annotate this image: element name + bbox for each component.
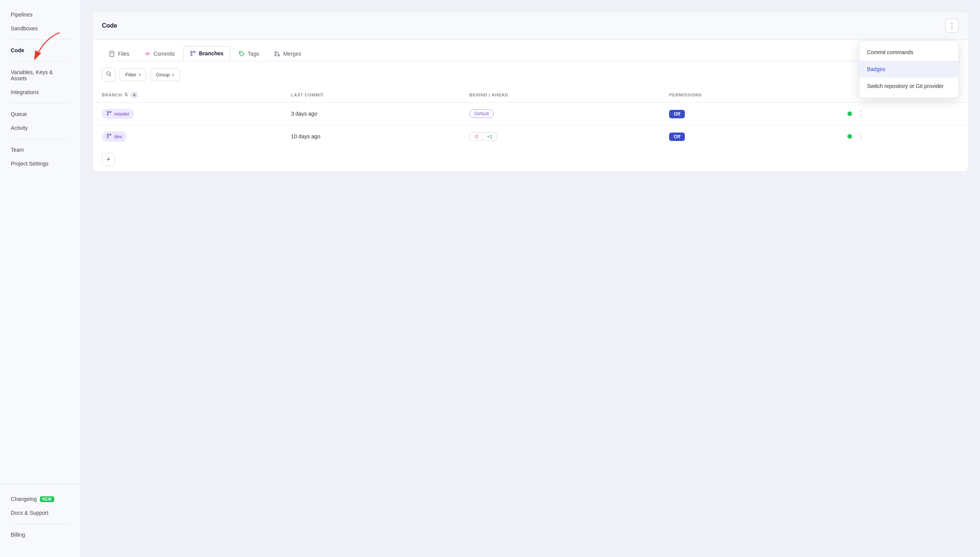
branches-icon bbox=[189, 50, 196, 57]
sidebar-item-project-settings[interactable]: Project Settings bbox=[0, 157, 80, 171]
commits-icon bbox=[144, 50, 151, 57]
branch-chip-icon bbox=[106, 111, 112, 117]
sidebar-item-billing[interactable]: Billing bbox=[0, 528, 80, 542]
branch-chip-dev-icon bbox=[106, 133, 112, 140]
group-button[interactable]: Group ▾ bbox=[150, 68, 180, 81]
col-last-commit: LAST COMMIT bbox=[282, 88, 460, 103]
code-panel-title: Code bbox=[102, 22, 117, 29]
status-dot-master bbox=[847, 111, 852, 116]
last-commit-dev: 10 days ago bbox=[282, 125, 460, 148]
three-dot-button[interactable]: ⋮ bbox=[945, 19, 959, 33]
branch-cell-dev: dev bbox=[93, 125, 282, 148]
off-badge-master[interactable]: Off bbox=[669, 110, 685, 118]
svg-point-9 bbox=[191, 54, 192, 56]
svg-point-10 bbox=[240, 52, 241, 53]
code-panel: Code ⋮ Commit commands Badges Switch rep… bbox=[92, 12, 968, 172]
sort-icon[interactable]: ⇅ bbox=[124, 92, 128, 98]
col-branch: BRANCH ⇅ ✕ bbox=[93, 88, 282, 103]
branches-table: BRANCH ⇅ ✕ LAST COMMIT BEHIND | AHEAD PE… bbox=[93, 88, 968, 148]
tab-merges[interactable]: Merges bbox=[267, 46, 308, 61]
behind-value: -3 bbox=[469, 132, 482, 141]
search-button[interactable] bbox=[102, 68, 116, 81]
dropdown-item-switch-repo[interactable]: Switch repository or Git provider bbox=[859, 78, 958, 94]
default-badge: Default bbox=[469, 109, 494, 118]
last-commit-master: 3 days ago bbox=[282, 103, 460, 126]
divider-4 bbox=[11, 139, 70, 139]
sidebar-nav: Pipelines Sandboxes Code Variables, Keys… bbox=[0, 8, 80, 484]
divider-3 bbox=[11, 103, 70, 103]
divider-5 bbox=[11, 524, 70, 524]
table-row: master 3 days ago Default Off ⋮ bbox=[93, 103, 968, 126]
off-badge-dev[interactable]: Off bbox=[669, 133, 685, 141]
permissions-dev: Off bbox=[660, 125, 838, 148]
toolbar: Filter ▾ Group ▾ bbox=[93, 61, 968, 88]
col-permissions: PERMISSIONS bbox=[660, 88, 838, 103]
new-badge: NEW bbox=[40, 496, 54, 502]
sidebar-item-queue[interactable]: Queue bbox=[0, 107, 80, 121]
files-icon bbox=[108, 50, 115, 57]
search-icon bbox=[106, 71, 112, 78]
sidebar-item-sandboxes[interactable]: Sandboxes bbox=[0, 22, 80, 35]
sidebar-item-docs[interactable]: Docs & Support bbox=[0, 506, 80, 520]
sidebar-item-integrations[interactable]: Integrations bbox=[0, 85, 80, 99]
tags-icon bbox=[238, 50, 245, 57]
svg-line-15 bbox=[110, 75, 111, 76]
actions-dev: ⋮ bbox=[838, 125, 968, 148]
tab-branches-label: Branches bbox=[199, 50, 224, 56]
ahead-value: +1 bbox=[483, 132, 497, 141]
branch-chip-dev[interactable]: dev bbox=[102, 131, 127, 142]
group-label: Group bbox=[156, 72, 170, 78]
sidebar: Pipelines Sandboxes Code Variables, Keys… bbox=[0, 0, 81, 557]
tab-merges-label: Merges bbox=[283, 51, 301, 57]
filter-chevron-icon: ▾ bbox=[139, 73, 141, 77]
clear-filter-icon[interactable]: ✕ bbox=[131, 91, 138, 98]
behind-ahead-container: -3 +1 bbox=[469, 132, 651, 141]
svg-point-4 bbox=[146, 53, 149, 55]
behind-ahead-master: Default bbox=[460, 103, 660, 126]
svg-point-21 bbox=[107, 137, 109, 138]
three-dot-icon: ⋮ bbox=[948, 22, 956, 30]
branch-chip-master[interactable]: master bbox=[102, 109, 134, 119]
sidebar-item-changelog[interactable]: Changelog NEW bbox=[0, 492, 80, 506]
tab-tags-label: Tags bbox=[248, 51, 259, 57]
sidebar-item-code[interactable]: Code bbox=[0, 43, 80, 57]
actions-master: ⋮ bbox=[838, 103, 968, 125]
code-panel-header: Code ⋮ Commit commands Badges Switch rep… bbox=[93, 12, 968, 40]
svg-point-11 bbox=[275, 51, 276, 53]
dropdown-item-commit-commands[interactable]: Commit commands bbox=[859, 44, 958, 61]
table-header-row: BRANCH ⇅ ✕ LAST COMMIT BEHIND | AHEAD PE… bbox=[93, 88, 968, 103]
tab-commits[interactable]: Commits bbox=[138, 46, 181, 61]
svg-point-18 bbox=[107, 114, 109, 116]
add-icon: + bbox=[106, 156, 111, 164]
main-content: Code ⋮ Commit commands Badges Switch rep… bbox=[81, 0, 980, 557]
filter-label: Filter bbox=[125, 72, 136, 78]
tabs-row: Files Commits bbox=[93, 40, 968, 61]
svg-point-12 bbox=[278, 55, 279, 56]
add-branch-button[interactable]: + bbox=[102, 153, 115, 166]
behind-ahead-dev: -3 +1 bbox=[460, 125, 660, 148]
tab-tags[interactable]: Tags bbox=[232, 46, 266, 61]
branch-name-master: master bbox=[114, 111, 130, 117]
merges-icon bbox=[274, 50, 281, 57]
sidebar-item-team[interactable]: Team bbox=[0, 143, 80, 157]
permissions-master: Off bbox=[660, 103, 838, 126]
tab-branches[interactable]: Branches bbox=[183, 46, 230, 61]
col-behind-ahead: BEHIND | AHEAD bbox=[460, 88, 660, 103]
dropdown-item-badges[interactable]: Badges bbox=[859, 61, 958, 78]
row-actions-master[interactable]: ⋮ bbox=[856, 108, 866, 119]
divider-2 bbox=[11, 61, 70, 61]
row-actions-dev[interactable]: ⋮ bbox=[856, 131, 866, 142]
tab-files-label: Files bbox=[118, 51, 130, 57]
sidebar-item-variables[interactable]: Variables, Keys & Assets bbox=[0, 65, 80, 85]
divider-1 bbox=[11, 39, 70, 40]
sidebar-item-activity[interactable]: Activity bbox=[0, 121, 80, 135]
tab-commits-label: Commits bbox=[154, 51, 175, 57]
sidebar-bottom: Changelog NEW Docs & Support Billing bbox=[0, 484, 80, 549]
branch-name-dev: dev bbox=[114, 134, 122, 139]
tab-files[interactable]: Files bbox=[102, 46, 136, 61]
branch-cell-master: master bbox=[93, 103, 282, 126]
sidebar-item-pipelines[interactable]: Pipelines bbox=[0, 8, 80, 22]
group-chevron-icon: ▾ bbox=[172, 73, 174, 77]
filter-button[interactable]: Filter ▾ bbox=[120, 68, 146, 81]
table-row: dev 10 days ago -3 +1 Off bbox=[93, 125, 968, 148]
